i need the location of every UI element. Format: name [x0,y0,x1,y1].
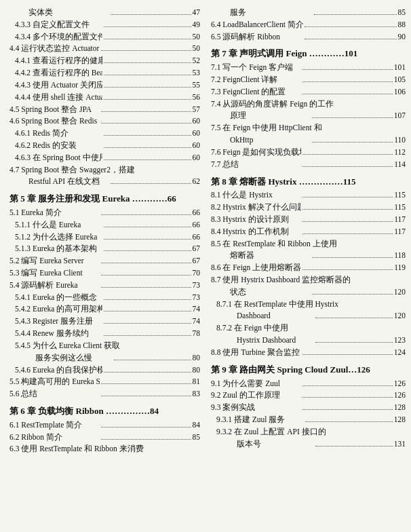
toc-text: 7.6 Feign 是如何实现负载均衡的 [211,147,301,159]
toc-page-num: 117 [394,226,406,238]
toc-dots [305,421,393,422]
toc-dots [302,197,393,197]
toc-page-num: 120 [394,310,406,322]
toc-dots [104,159,191,160]
toc-line: Hystrix Dashboard123 [211,335,406,347]
toc-page-num: 107 [394,110,406,122]
toc-line: 8.2 Hystrix 解决了什么问题115 [211,202,406,214]
toc-text: 熔断器 [230,250,311,262]
toc-text: 服务 [230,7,313,19]
toc-line: 9.3.2 在 Zuul 上配置 API 接口的 [211,426,406,438]
toc-dots [315,446,393,446]
toc-page-num: 74 [193,303,201,316]
toc-text: 4.4.4 使用 shell 连接 Actuator [15,92,102,104]
toc-page-num: 114 [394,159,406,171]
toc-dots [302,269,393,270]
toc-page-num: 67 [193,243,201,255]
toc-line: 7.2 FeignClient 详解105 [211,74,406,86]
toc-page-num: 131 [394,438,406,451]
toc-dots [302,154,393,155]
toc-page-num: 106 [394,86,406,98]
toc-line: 8.4 Hystrix 的工作机制117 [211,226,406,238]
toc-line: 4.5 Spring Boot 整合 JPA57 [9,104,200,116]
toc-dots [101,383,191,384]
toc-line: 9.3.1 搭建 Zuul 服务128 [211,414,406,426]
toc-dots [302,409,393,410]
toc-text: 8.7.1 在 RestTemplate 中使用 Hystrix [216,299,406,311]
toc-text: 5.2 编写 Eureka Server [9,255,100,267]
toc-text: 8.7.2 在 Feign 中使用 [216,322,406,335]
toc-page-num: 73 [193,280,201,292]
toc-line: 8.7.2 在 Feign 中使用 [211,322,406,335]
toc-text: 8.1 什么是 Hystrix [211,189,301,202]
toc-text: 9.2 Zuul 的工作原理 [211,390,301,402]
toc-text: 实体类 [28,7,109,19]
toc-page-num: 52 [193,55,201,67]
toc-page-num: 66 [193,219,201,231]
toc-dots [104,62,191,63]
toc-dots [104,39,191,39]
toc-text: 6.4 LoadBalancerClient 简介 [211,19,303,31]
toc-line: 7.6 Feign 是如何实现负载均衡的112 [211,147,406,159]
toc-text: 5.4.2 Eureka 的高可用架构 [15,303,102,316]
toc-page-num: 49 [193,19,201,31]
toc-line: 4.4 运行状态监控 Actuator50 [9,43,200,55]
toc-line: 状态120 [211,286,406,299]
toc-line: 8.8 使用 Turbine 聚合监控124 [211,347,406,359]
toc-line: 9.1 为什么需要 Zuul126 [211,378,406,390]
toc-page-num: 112 [394,147,406,159]
toc-line: 版本号131 [211,438,406,451]
toc-dots [104,372,191,373]
toc-page-num: 47 [193,7,201,19]
toc-page-num: 84 [193,419,201,432]
toc-line: 4.3.4 多个环境的配置文件50 [9,31,200,43]
toc-dots [302,94,393,94]
toc-line: 7.3 FeignClient 的配置106 [211,86,406,98]
toc-dots [104,323,191,324]
toc-line: 6.2 Ribbon 简介85 [9,432,200,444]
toc-dots [104,26,191,27]
toc-line: 4.3.3 自定义配置文件49 [9,19,200,31]
toc-page-num: 55 [193,79,201,92]
toc-text: 状态 [230,286,311,299]
toc-line: 5.6 总结83 [9,388,200,400]
toc-page-num: 81 [193,376,201,388]
toc-line: 5.1.3 Eureka 的基本架构67 [9,243,200,255]
toc-page-num: 120 [394,286,406,299]
toc-text: 4.4.2 查看运行程序的 Bean [15,67,102,79]
toc-text: 8.4 Hystrix 的工作机制 [211,226,301,238]
toc-line: 7.7 总结114 [211,159,406,171]
toc-dots [305,26,397,27]
toc-page-num: 128 [394,414,406,426]
chapter-title: 第 7 章 声明式调用 Feign …………101 [211,47,406,61]
toc-page-num: 67 [193,255,201,267]
toc-text: 5.3 编写 Eureka Client [9,267,100,280]
toc-text: 6.5 源码解析 Ribbon [211,31,303,43]
toc-line: 5.4.1 Eureka 的一些概念73 [9,292,200,304]
toc-line: 4.6.1 Redis 简介60 [9,128,200,140]
toc-text: 4.3.4 多个环境的配置文件 [15,31,102,43]
toc-line: 4.6.3 在 Spring Boot 中使用 Redis60 [9,152,200,164]
toc-page-num: 60 [193,128,201,140]
toc-page-num: 70 [193,267,201,280]
toc-text: 6.1 RestTemplate 简介 [9,419,100,432]
toc-page-num: 126 [394,390,406,402]
toc-dots [101,427,191,428]
toc-dots [312,117,393,118]
toc-page-num: 50 [193,43,201,55]
toc-text: Hystrix Dashboard [237,335,314,347]
toc-text: Dashboard [237,310,314,322]
toc-line: 4.4.3 使用 Actuator 关闭应用程序55 [9,79,200,92]
toc-dots [305,39,397,39]
toc-dots [101,287,191,288]
chapter-title: 第 5 章 服务注册和发现 Eureka …………66 [9,192,200,206]
toc-line: 4.7 Spring Boot 整合 Swagger2，搭建 [9,164,200,176]
toc-dots [302,354,393,355]
toc-dots [101,396,191,396]
toc-page-num: 56 [193,92,201,104]
toc-page-num: 85 [398,7,406,19]
toc-line: 8.6 在 Feign 上使用熔断器119 [211,262,406,274]
toc-text: 9.1 为什么需要 Zuul [211,378,301,390]
toc-line: 5.2 编写 Eureka Server67 [9,255,200,267]
toc-line: OkHttp110 [211,134,406,147]
